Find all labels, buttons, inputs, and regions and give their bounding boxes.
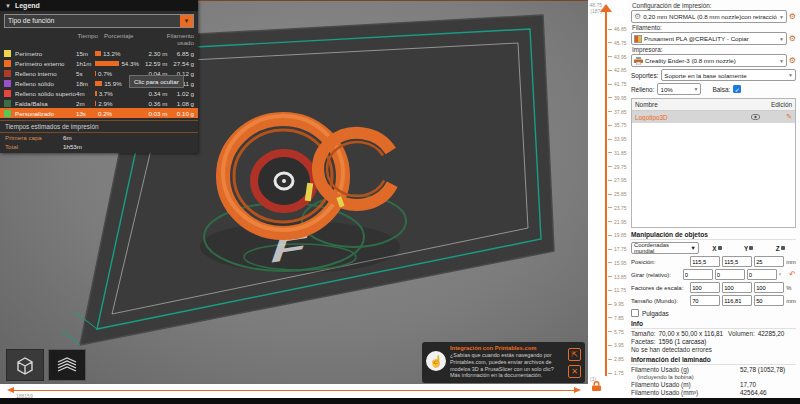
sliced-row-filamento-usado-mm-: Filamento Usado (mm³)42564,46 bbox=[631, 389, 796, 396]
notification-export-icon[interactable]: ⇱ bbox=[568, 348, 581, 361]
undo-rotation-icon[interactable]: ↶ bbox=[789, 270, 796, 279]
layer-tick: 29.75 bbox=[608, 164, 627, 170]
sliced-label: Filamento Usado (m) bbox=[631, 381, 740, 388]
estimates-title: Tiempos estimados de impresión bbox=[0, 120, 198, 133]
feature-time: 5s bbox=[76, 70, 95, 77]
settings-panel: Configuración de impresión: ⚙ 0,20 mm NO… bbox=[628, 0, 800, 398]
sliced-value: 42564,46 bbox=[740, 389, 796, 396]
layer-tick: 39.95 bbox=[608, 95, 627, 101]
total-value: 1h53m bbox=[63, 143, 82, 150]
total-time-row: Total 1h53m bbox=[0, 142, 198, 153]
z-input[interactable] bbox=[747, 269, 777, 280]
layer-tick: 46.85 bbox=[608, 26, 627, 32]
lock-icon[interactable] bbox=[592, 377, 601, 395]
manipulation-row-factores-de-escala-: Factores de escala:% bbox=[631, 282, 796, 293]
supports-value: Soporte en la base solamente bbox=[664, 72, 786, 79]
y-input[interactable] bbox=[715, 269, 745, 280]
feature-time: 13s bbox=[76, 110, 95, 117]
coordinates-select[interactable]: Coordenadas mundial ▼ bbox=[631, 242, 699, 254]
x-input[interactable] bbox=[690, 256, 720, 267]
layer-tick: 23.75 bbox=[608, 205, 627, 211]
filter-dropdown-icon[interactable]: ▼ bbox=[180, 15, 193, 27]
feature-label: Perímetro externo bbox=[15, 60, 76, 67]
legend-row-personalizado[interactable]: Personalizado13s0.2%0.03 m0.10 g bbox=[0, 108, 198, 118]
feature-color-swatch bbox=[4, 110, 11, 117]
filament-select[interactable]: Prusament PLA @CREALITY - Copiar ▼ bbox=[631, 32, 787, 45]
layer-slider[interactable]: 48.75 (187) 46.8545.7543.9542.8541.7539.… bbox=[588, 0, 628, 398]
eye-icon[interactable] bbox=[751, 114, 760, 120]
legend-row-relleno-solido-superior[interactable]: Relleno sólido superior4m3.7%0.34 m1.02 … bbox=[0, 88, 198, 98]
size-label: Tamaño: bbox=[631, 330, 656, 337]
notification-body: ¿Sabías que cuando estás navegando por P… bbox=[450, 352, 564, 379]
legend-header[interactable]: ▼ Legend bbox=[0, 0, 198, 11]
printables-notification[interactable]: ☝ Integración con Printables.com ¿Sabías… bbox=[422, 342, 585, 383]
feature-label: Falda/Balsa bbox=[15, 100, 76, 107]
supports-select[interactable]: Soporte en la base solamente ▼ bbox=[661, 69, 796, 81]
x-input[interactable] bbox=[683, 269, 713, 280]
legend-row-perimetro-externo[interactable]: Perímetro externo1h1m54.3%12.59 m27.54 g bbox=[0, 58, 198, 68]
y-input[interactable] bbox=[722, 282, 752, 293]
manipulation-label: Factores de escala: bbox=[631, 285, 688, 291]
edit-object-icon[interactable]: ✎ bbox=[786, 113, 792, 121]
sliced-label: Filamento Usado (g)(incluyendo la bobina… bbox=[631, 366, 740, 380]
view-type-value: Tipo de función bbox=[5, 15, 180, 27]
layers-view-button[interactable] bbox=[48, 349, 86, 381]
infill-select[interactable]: 10% ▼ bbox=[657, 83, 701, 95]
printer-gear-icon[interactable]: ⚙ bbox=[789, 56, 796, 66]
notification-close-icon[interactable]: ✕ bbox=[568, 365, 581, 378]
sliced-label: Filamento Usado (mm³) bbox=[631, 389, 740, 396]
view-type-select[interactable]: Tipo de función ▼ bbox=[4, 14, 194, 28]
legend-row-falda-balsa[interactable]: Falda/Balsa2m2.9%0.36 m1.08 g bbox=[0, 98, 198, 108]
legend-row-tooltip: Clic para ocultar bbox=[129, 75, 184, 88]
feature-percent: 0.2% bbox=[95, 110, 141, 117]
legend-row-perimetro[interactable]: Perímetro15m13.2%2.30 m6.85 g bbox=[0, 48, 198, 58]
layer-tick: 45.75 bbox=[608, 40, 627, 46]
feature-percent: 13.2% bbox=[95, 50, 141, 57]
printer-label: Impresora: bbox=[632, 46, 796, 53]
sliced-info-title: Información del laminado bbox=[631, 356, 796, 365]
layer-tick: 15.95 bbox=[608, 260, 627, 266]
inches-checkbox[interactable] bbox=[631, 309, 639, 317]
infill-label: Relleno: bbox=[631, 86, 654, 93]
z-input[interactable] bbox=[754, 295, 784, 306]
facets-value: 1596 (1 carcasa) bbox=[659, 338, 707, 345]
feature-time: 1h1m bbox=[76, 60, 95, 67]
move-slider[interactable]: 188159 188241 bbox=[0, 384, 588, 398]
unit-label: mm bbox=[786, 298, 796, 304]
feature-time: 2m bbox=[76, 100, 95, 107]
filament-gear-icon[interactable]: ⚙ bbox=[789, 34, 796, 44]
feature-time: 4m bbox=[76, 90, 95, 97]
prusaslicer-window: F ☝ Integración con Printables.com ¿Sabí… bbox=[0, 0, 800, 404]
manipulation-row-posicion-: Posición:mm bbox=[631, 256, 796, 267]
layer-tick: 9.95 bbox=[608, 301, 624, 307]
coordinates-value: Coordenadas mundial bbox=[634, 242, 688, 254]
collapse-arrow-icon[interactable]: ▼ bbox=[5, 3, 11, 9]
layer-slider-track[interactable] bbox=[605, 10, 607, 376]
z-input[interactable] bbox=[754, 256, 784, 267]
layer-tick: 11.75 bbox=[608, 287, 626, 293]
layer-tick: 35.75 bbox=[608, 122, 627, 128]
x-input[interactable] bbox=[690, 282, 720, 293]
move-slider-right-handle[interactable] bbox=[574, 387, 581, 393]
3d-view-button[interactable] bbox=[6, 349, 44, 381]
x-input[interactable] bbox=[690, 295, 720, 306]
move-slider-track[interactable] bbox=[14, 390, 574, 391]
unit-label: ° bbox=[779, 272, 788, 278]
print-settings-select[interactable]: ⚙ 0,20 mm NORMAL (0.8 mm nozzle)con retr… bbox=[631, 10, 787, 23]
feature-weight: 1.08 g bbox=[167, 100, 194, 107]
unit-label: % bbox=[786, 285, 796, 291]
printer-select[interactable]: Creality Ender-3 (0.8 mm nozzle) ▼ bbox=[631, 54, 787, 67]
feature-weight: 27.54 g bbox=[167, 60, 194, 67]
feature-filament: 0.03 m bbox=[141, 110, 168, 117]
y-input[interactable] bbox=[722, 295, 752, 306]
y-input[interactable] bbox=[722, 256, 752, 267]
raft-checkbox[interactable]: ✓ bbox=[733, 85, 741, 93]
layer-tick: 42.85 bbox=[608, 67, 627, 73]
move-slider-left-handle[interactable] bbox=[7, 387, 14, 393]
print-settings-gear-icon[interactable]: ⚙ bbox=[789, 12, 796, 22]
feature-color-swatch bbox=[4, 50, 11, 57]
chevron-down-icon: ▼ bbox=[694, 86, 699, 92]
z-input[interactable] bbox=[754, 282, 784, 293]
object-list-row[interactable]: Logotipo3D ✎ bbox=[632, 111, 795, 123]
feature-time: 18m bbox=[76, 80, 95, 87]
